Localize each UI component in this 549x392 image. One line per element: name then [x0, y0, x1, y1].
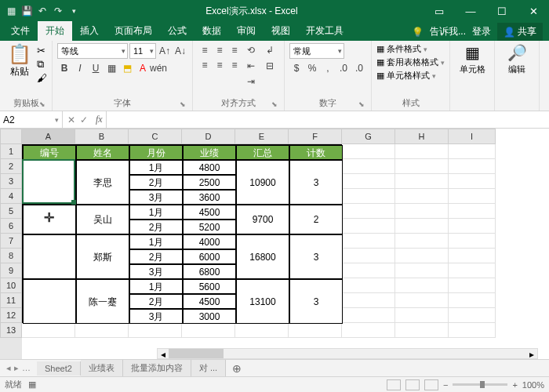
data-cell[interactable]: 5200	[183, 220, 236, 234]
zoom-slider[interactable]	[453, 383, 507, 386]
tab-data[interactable]: 数据	[195, 21, 229, 41]
cell[interactable]	[449, 189, 496, 204]
cell[interactable]	[342, 204, 395, 219]
column-header[interactable]: H	[395, 129, 449, 144]
cell[interactable]	[449, 219, 496, 234]
data-cell[interactable]	[23, 160, 76, 205]
percent-format-icon[interactable]: %	[305, 61, 319, 75]
column-header[interactable]: I	[449, 129, 496, 144]
font-size-combo[interactable]: 11	[129, 43, 156, 59]
cell[interactable]	[395, 204, 449, 219]
tab-formulas[interactable]: 公式	[160, 21, 195, 41]
tab-insert[interactable]: 插入	[72, 21, 107, 41]
conditional-formatting-button[interactable]: ▦条件格式▾	[376, 43, 445, 55]
cell[interactable]	[449, 174, 496, 189]
column-header[interactable]: C	[129, 129, 182, 144]
cell[interactable]	[342, 249, 395, 263]
data-cell[interactable]: 6000	[183, 249, 236, 264]
tab-file[interactable]: 文件	[3, 21, 38, 41]
launcher-icon[interactable]: ⬊	[358, 100, 365, 108]
cell[interactable]	[449, 308, 496, 323]
name-box[interactable]: A2	[0, 111, 63, 128]
normal-view-icon[interactable]	[387, 379, 401, 390]
cell[interactable]	[449, 249, 496, 263]
cell[interactable]	[449, 278, 496, 293]
cell-styles-button[interactable]: ▦单元格样式▾	[376, 70, 445, 82]
data-cell[interactable]: 1月	[129, 279, 183, 294]
column-header[interactable]: F	[289, 129, 342, 144]
sheet-nav-next-icon[interactable]: ▸	[14, 363, 19, 373]
row-header[interactable]: 4	[0, 189, 22, 204]
zoom-out-icon[interactable]: −	[443, 380, 448, 390]
font-color-button[interactable]: A	[136, 61, 150, 75]
cell[interactable]	[449, 293, 496, 308]
horizontal-scrollbar[interactable]: ◂ ▸	[157, 348, 538, 359]
data-cell[interactable]: 2500	[183, 175, 236, 190]
cell[interactable]	[395, 159, 449, 174]
data-cell[interactable]: 2月	[129, 175, 183, 190]
align-left-icon[interactable]: ≡	[198, 58, 212, 72]
bold-button[interactable]: B	[57, 61, 71, 75]
data-cell[interactable]: 1月	[129, 205, 183, 220]
cell[interactable]	[395, 219, 449, 234]
cell[interactable]	[342, 323, 395, 338]
cell[interactable]	[449, 323, 496, 338]
data-cell[interactable]	[23, 279, 76, 324]
cell[interactable]	[449, 263, 496, 278]
tab-layout[interactable]: 页面布局	[107, 21, 160, 41]
cut-icon[interactable]: ✂	[37, 45, 47, 56]
data-cell[interactable]: 3000	[183, 309, 236, 324]
tellme-text[interactable]: 告诉我...	[430, 25, 466, 38]
maximize-button[interactable]: ☐	[486, 0, 518, 22]
align-right-icon[interactable]: ≡	[227, 58, 242, 72]
cell[interactable]	[342, 234, 395, 249]
comma-format-icon[interactable]: ,	[321, 61, 335, 75]
data-cell[interactable]: 3	[289, 279, 343, 324]
paste-button[interactable]: 📋 粘贴	[5, 43, 35, 78]
cell[interactable]	[342, 159, 395, 174]
tellme-icon[interactable]: 💡	[412, 27, 424, 38]
launcher-icon[interactable]: ⬊	[271, 100, 278, 108]
data-cell[interactable]: 1月	[129, 160, 183, 175]
font-name-combo[interactable]: 等线	[57, 43, 128, 59]
data-cell[interactable]: 13100	[236, 279, 289, 324]
cell[interactable]	[395, 249, 449, 263]
increase-decimal-icon[interactable]: .0	[336, 61, 351, 75]
data-cell[interactable]: 4500	[183, 205, 236, 220]
data-cell[interactable]: 李思	[76, 160, 129, 205]
row-header[interactable]: 5	[0, 204, 22, 219]
cell[interactable]	[449, 234, 496, 249]
column-header[interactable]: B	[75, 129, 129, 144]
ribbon-options-icon[interactable]: ▭	[424, 0, 455, 22]
qat-dropdown-icon[interactable]: ▾	[67, 5, 80, 17]
align-center-icon[interactable]: ≡	[213, 58, 227, 72]
cells-button[interactable]: ▦单元格	[455, 43, 489, 75]
cell[interactable]	[342, 219, 395, 234]
tab-review[interactable]: 审阅	[229, 21, 264, 41]
cell[interactable]	[395, 278, 449, 293]
fill-color-button[interactable]: ⬒	[120, 61, 134, 75]
cell[interactable]	[235, 323, 289, 338]
italic-button[interactable]: I	[73, 61, 87, 75]
sheet-tab-3[interactable]: 批量添加内容	[123, 360, 191, 376]
cell[interactable]	[395, 189, 449, 204]
sheet-tab-2[interactable]: 业绩表	[81, 360, 123, 376]
data-cell[interactable]: 3	[289, 160, 343, 205]
cell[interactable]	[449, 159, 496, 174]
cell[interactable]	[449, 204, 496, 219]
cell[interactable]	[395, 308, 449, 323]
decrease-font-icon[interactable]: A↓	[173, 44, 187, 58]
cell[interactable]	[289, 323, 342, 338]
launcher-icon[interactable]: ⬊	[180, 100, 186, 108]
decrease-decimal-icon[interactable]: .0	[352, 61, 366, 75]
data-cell[interactable]: 郑斯	[76, 234, 129, 279]
data-cell[interactable]: 9700	[236, 205, 289, 234]
wrap-text-icon[interactable]: ↲	[260, 43, 279, 57]
sheet-nav-prev-icon[interactable]: ◂	[6, 363, 11, 373]
cell[interactable]	[342, 278, 395, 293]
row-header[interactable]: 7	[0, 234, 22, 249]
data-cell[interactable]: 汇总	[236, 145, 289, 160]
cell[interactable]	[395, 263, 449, 278]
cell[interactable]	[182, 323, 235, 338]
data-cell[interactable]: 2月	[129, 294, 183, 309]
